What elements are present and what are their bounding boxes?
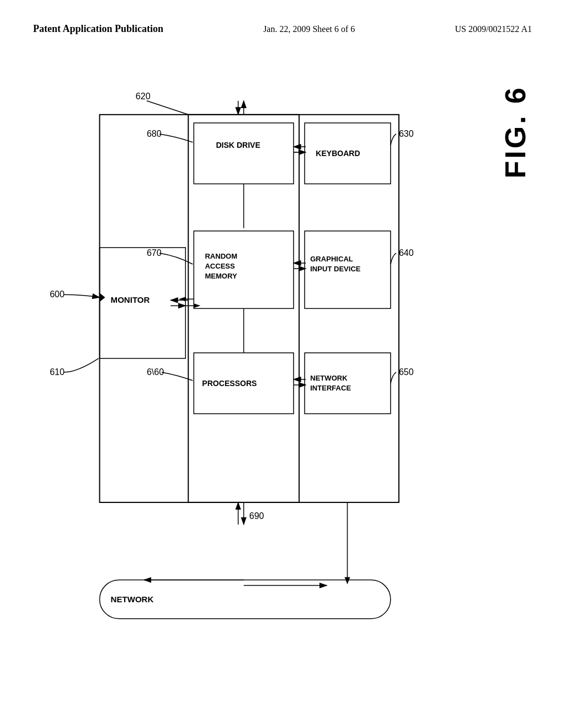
ref-640-text: 640 xyxy=(399,248,414,258)
diagram-svg: 620 600 MONITOR 610 DISK DRIVE 680 xyxy=(33,77,532,695)
ref-600-arrow xyxy=(63,295,99,297)
processors-label: PROCESSORS xyxy=(202,379,257,388)
ref-610-text: 610 xyxy=(50,367,65,377)
bus-arrow-right xyxy=(194,303,200,308)
disk-drive-box xyxy=(194,123,294,184)
ref-670-text: 670 xyxy=(147,248,162,258)
graphical-label-1: GRAPHICAL xyxy=(310,255,353,263)
network-interface-label-2: INTERFACE xyxy=(310,384,351,392)
ram-label-1: RANDOM xyxy=(205,252,237,260)
ref-650-text: 650 xyxy=(399,367,414,377)
page-header: Patent Application Publication Jan. 22, … xyxy=(0,0,565,47)
ref-600-text: 600 xyxy=(50,289,65,299)
ref-620-line xyxy=(147,101,188,115)
ref-610-line xyxy=(63,358,98,372)
ref-630-text: 630 xyxy=(399,129,414,138)
ref-600-label: 620 xyxy=(136,91,151,101)
ref-600-triangle xyxy=(100,293,105,302)
network-interface-box xyxy=(305,353,391,414)
disk-drive-label-1: DISK DRIVE xyxy=(216,141,260,149)
page: Patent Application Publication Jan. 22, … xyxy=(0,0,565,728)
network-interface-label-1: NETWORK xyxy=(310,374,348,382)
ref-690-text: 690 xyxy=(249,511,264,521)
ram-label-2: ACCESS xyxy=(205,262,235,270)
ref-630-line xyxy=(391,134,396,145)
graphical-label-2: INPUT DEVICE xyxy=(310,265,361,273)
keyboard-label: KEYBOARD xyxy=(316,149,360,158)
ref-650-line xyxy=(391,372,396,383)
diagram-container: 620 600 MONITOR 610 DISK DRIVE 680 xyxy=(33,77,532,695)
date-sheet-label: Jan. 22, 2009 Sheet 6 of 6 xyxy=(263,22,355,36)
network-label: NETWORK xyxy=(111,595,154,604)
ram-label-3: MEMORY xyxy=(205,272,237,280)
monitor-arrow-left xyxy=(179,297,185,301)
publication-label: Patent Application Publication xyxy=(33,22,163,36)
ref-640-line xyxy=(391,253,396,264)
ref-660-text: 6\60 xyxy=(147,367,164,377)
ref-680-text: 680 xyxy=(147,129,162,138)
monitor-label: MONITOR xyxy=(111,295,150,304)
network-arrow-down xyxy=(344,577,350,585)
patent-number-label: US 2009/0021522 A1 xyxy=(455,22,532,36)
